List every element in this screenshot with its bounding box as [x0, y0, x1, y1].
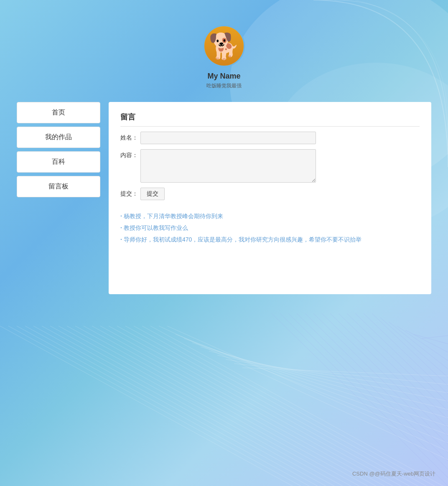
svg-line-17: [125, 326, 418, 486]
svg-line-16: [117, 326, 410, 486]
svg-line-5: [25, 326, 318, 486]
svg-line-30: [234, 364, 448, 384]
svg-line-25: [192, 343, 448, 426]
name-input[interactable]: [140, 132, 316, 144]
svg-line-9: [59, 326, 351, 486]
svg-line-31: [242, 368, 448, 376]
svg-line-22: [167, 326, 448, 451]
svg-line-49: [414, 334, 448, 344]
svg-line-34: [288, 313, 448, 469]
svg-line-35: [297, 313, 448, 461]
svg-line-48: [405, 330, 448, 352]
svg-line-44: [372, 313, 448, 386]
message-item: 杨教授，下月清华教授峰会期待你到来: [120, 213, 420, 220]
sidebar-item-wiki[interactable]: 百科: [17, 151, 100, 173]
svg-line-43: [364, 313, 448, 394]
profile-name: My Name: [207, 72, 240, 81]
content-label: 内容：: [120, 149, 140, 159]
content-input[interactable]: [140, 149, 316, 183]
svg-line-13: [92, 326, 384, 486]
svg-line-19: [142, 326, 435, 486]
svg-line-40: [339, 313, 448, 419]
svg-line-39: [330, 313, 448, 427]
profile-subtitle: 吃饭睡觉我最强: [206, 82, 242, 89]
sidebar: 首页 我的作品 百科 留言板: [17, 102, 100, 197]
submit-label: 提交：: [120, 188, 140, 198]
panel-title: 留言: [120, 112, 420, 127]
svg-line-6: [33, 326, 326, 486]
svg-line-45: [380, 318, 448, 377]
submit-button[interactable]: 提交: [140, 188, 165, 200]
svg-line-46: [389, 322, 448, 369]
svg-line-27: [209, 351, 448, 410]
svg-line-8: [50, 326, 343, 486]
svg-line-23: [176, 334, 448, 443]
message-item: 导师你好，我初试成绩470，应该是最高分，我对你研究方向很感兴趣，希望你不要不识…: [120, 236, 420, 244]
svg-line-29: [226, 359, 448, 393]
svg-line-24: [184, 338, 448, 435]
submit-row: 提交： 提交: [120, 188, 420, 200]
svg-line-50: [422, 336, 448, 338]
svg-line-32: [272, 313, 448, 486]
svg-line-47: [397, 326, 448, 361]
svg-line-7: [42, 326, 334, 486]
sidebar-item-home[interactable]: 首页: [17, 102, 100, 123]
footer-text: CSDN @@码住夏天-web网页设计: [352, 471, 435, 477]
messages-list: 杨教授，下月清华教授峰会期待你到来 教授你可以教我写作业么 导师你好，我初试成绩…: [120, 213, 420, 244]
svg-line-10: [67, 326, 359, 486]
svg-line-11: [75, 326, 368, 486]
footer: CSDN @@码住夏天-web网页设计: [352, 470, 435, 478]
sidebar-item-guestbook[interactable]: 留言板: [17, 176, 100, 197]
avatar-image: [204, 26, 244, 66]
avatar: [203, 25, 245, 67]
message-item: 教授你可以教我写作业么: [120, 224, 420, 232]
svg-line-4: [17, 326, 309, 486]
svg-line-20: [150, 326, 443, 486]
svg-line-41: [347, 313, 448, 411]
name-label: 姓名：: [120, 132, 140, 142]
svg-line-37: [313, 313, 448, 444]
svg-line-38: [322, 313, 448, 436]
main-content: 首页 我的作品 百科 留言板 留言 姓名： 内容： 提交： 提交 杨教授: [0, 102, 448, 294]
svg-line-42: [355, 313, 448, 402]
svg-line-14: [100, 326, 393, 486]
svg-line-26: [201, 347, 448, 418]
main-panel: 留言 姓名： 内容： 提交： 提交 杨教授，下月清华教授峰会期待你到来 教授你可…: [109, 102, 431, 294]
svg-line-21: [159, 326, 448, 460]
name-row: 姓名：: [120, 132, 420, 144]
svg-line-3: [8, 326, 301, 486]
svg-line-36: [305, 313, 448, 453]
svg-line-33: [280, 313, 448, 478]
svg-line-28: [217, 355, 448, 401]
svg-line-2: [0, 326, 293, 486]
svg-line-12: [84, 326, 376, 486]
content-row: 内容：: [120, 149, 420, 183]
svg-line-15: [109, 326, 401, 486]
sidebar-item-works[interactable]: 我的作品: [17, 127, 100, 148]
svg-line-18: [134, 326, 426, 486]
profile-section: My Name 吃饭睡觉我最强: [0, 0, 448, 102]
